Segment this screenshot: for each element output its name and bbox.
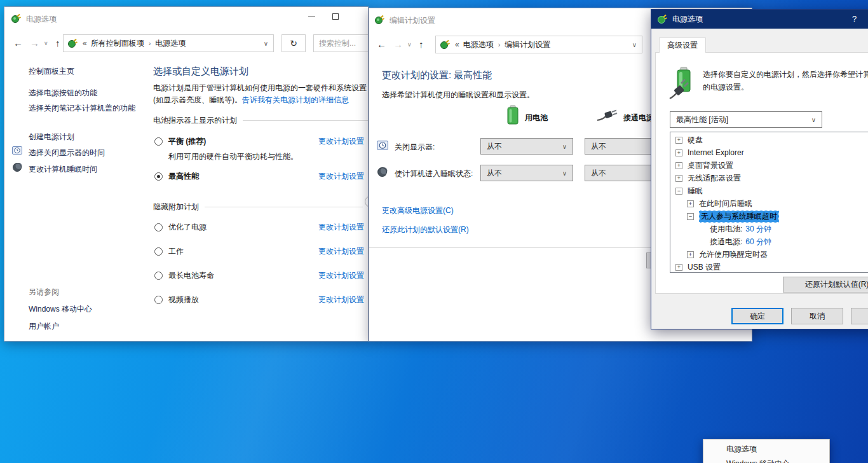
sidebar-item-display-off-time[interactable]: 选择关闭显示器的时间: [29, 148, 105, 158]
battery-plug-icon: [668, 67, 695, 100]
sidebar-item-create-plan[interactable]: 创建电源计划: [29, 132, 74, 142]
breadcrumb[interactable]: « 电源选项 › 编辑计划设置 ∨: [435, 36, 642, 53]
help-button[interactable]: ?: [852, 14, 857, 24]
group-line: [205, 207, 363, 207]
display-off-battery-select[interactable]: 从不 ∨: [480, 138, 573, 155]
sleep-battery-select[interactable]: 从不 ∨: [480, 165, 573, 181]
sidebar-item-user-accounts[interactable]: 用户帐户: [29, 321, 59, 332]
expand-icon[interactable]: +: [675, 149, 682, 156]
forward-icon[interactable]: →: [30, 38, 39, 48]
radio-video-playback[interactable]: [154, 296, 163, 304]
maximize-button[interactable]: [323, 7, 348, 26]
menu-item-power-options[interactable]: 电源选项: [726, 444, 757, 455]
cancel-button[interactable]: 取消: [791, 308, 843, 324]
tree-value-on-battery[interactable]: 使用电池:30 分钟: [710, 223, 771, 235]
change-plan-link-video[interactable]: 更改计划设置: [318, 294, 364, 305]
up-icon[interactable]: ↑: [419, 39, 424, 50]
expand-icon[interactable]: +: [687, 251, 694, 258]
column-on-battery: 用电池: [525, 113, 548, 123]
refresh-button[interactable]: ↻: [281, 34, 306, 52]
value-label: 使用电池:: [710, 224, 742, 235]
history-dropdown-icon[interactable]: ∨: [407, 41, 412, 48]
plan-select[interactable]: 最高性能 [活动] ∨: [670, 111, 822, 128]
sidebar-item-lid-close[interactable]: 选择关闭笔记本计算机盖的功能: [29, 103, 142, 114]
search-placeholder: 搜索控制...: [319, 38, 356, 49]
plan-optimized-label: 优化了电源: [168, 222, 207, 233]
change-plan-link-high[interactable]: 更改计划设置: [318, 171, 364, 182]
settings-tree: +硬盘 +Internet Explorer +桌面背景设置 +无线适配器设置 …: [670, 132, 868, 273]
power-plug-icon: [374, 15, 384, 25]
tree-item-usb-settings[interactable]: +USB 设置: [675, 261, 721, 273]
expand-icon[interactable]: +: [675, 264, 682, 271]
sidebar-item-mobility-center[interactable]: Windows 移动中心: [29, 304, 92, 315]
sidebar-item-home[interactable]: 控制面板主页: [29, 66, 74, 77]
radio-power-optimized[interactable]: [154, 223, 163, 232]
group-battery-plans-label: 电池指示器上显示的计划: [153, 115, 237, 126]
tree-item-unattended-sleep-timeout[interactable]: −无人参与系统睡眠超时: [687, 210, 779, 223]
collapse-icon[interactable]: −: [687, 213, 694, 220]
crumb-root-icon: «: [455, 40, 459, 49]
collapse-icon[interactable]: −: [675, 188, 682, 195]
ok-button[interactable]: 确定: [731, 308, 783, 324]
sidebar-item-power-buttons[interactable]: 选择电源按钮的功能: [29, 88, 97, 99]
crumb-root-icon: «: [83, 39, 87, 48]
radio-balanced[interactable]: [154, 137, 163, 146]
breadcrumb-all-items[interactable]: 所有控制面板项: [91, 38, 144, 49]
change-plan-link-battery[interactable]: 更改计划设置: [318, 270, 364, 281]
minimize-button[interactable]: [299, 7, 323, 26]
up-icon[interactable]: ↑: [55, 38, 60, 48]
display-clock-icon: [377, 140, 388, 151]
plan-high-label: 最高性能: [168, 171, 199, 182]
back-icon[interactable]: ←: [377, 39, 386, 50]
tree-label: 硬盘: [688, 135, 703, 146]
breadcrumb-dropdown-icon[interactable]: ∨: [632, 41, 637, 48]
breadcrumb-power-options[interactable]: 电源选项: [463, 39, 494, 50]
plan-info-link[interactable]: 告诉我有关电源计划的详细信息: [242, 95, 349, 104]
search-input[interactable]: 搜索控制...: [313, 34, 369, 52]
sidebar-item-sleep-time[interactable]: 更改计算机睡眠时间: [29, 164, 97, 175]
menu-item-mobility-center[interactable]: Windows 移动中心: [726, 459, 790, 463]
selected-plan: 最高性能 [活动]: [676, 114, 728, 125]
tree-value-plugged-in[interactable]: 接通电源:60 分钟: [710, 235, 771, 248]
advanced-power-settings-link[interactable]: 更改高级电源设置(C): [382, 205, 454, 216]
radio-high-performance[interactable]: [154, 172, 163, 181]
desktop: 电源选项 ← → ∨ ↑ « 所有控制面板项 › 电源选项 ∨ ↻: [0, 0, 868, 463]
tree-label: 允许使用唤醒定时器: [699, 249, 768, 260]
breadcrumb[interactable]: « 所有控制面板项 › 电源选项 ∨: [63, 34, 274, 52]
tree-item-wireless-adapter[interactable]: +无线适配器设置: [675, 172, 741, 184]
expand-icon[interactable]: +: [675, 175, 682, 182]
refresh-icon: ↻: [290, 38, 297, 48]
restore-defaults-link[interactable]: 还原此计划的默认设置(R): [382, 225, 469, 235]
breadcrumb-dropdown-icon[interactable]: ∨: [264, 40, 268, 47]
column-plugged-in: 接通电源: [623, 113, 654, 123]
apply-button[interactable]: 应用: [851, 308, 868, 324]
change-plan-link-optimized[interactable]: 更改计划设置: [318, 222, 364, 233]
group-line: [243, 120, 369, 121]
forward-icon[interactable]: →: [393, 39, 403, 50]
tree-item-sleep[interactable]: −睡眠: [675, 184, 703, 197]
plan-video-label: 视频播放: [168, 294, 199, 305]
restore-plan-defaults-button[interactable]: 还原计划默认值(R): [783, 277, 868, 293]
tree-item-wake-timers[interactable]: +允许使用唤醒定时器: [687, 248, 768, 261]
breadcrumb-edit-plan[interactable]: 编辑计划设置: [505, 39, 550, 50]
tree-item-internet-explorer[interactable]: +Internet Explorer: [675, 146, 744, 159]
value-link[interactable]: 60 分钟: [745, 237, 771, 247]
change-plan-link-balanced[interactable]: 更改计划设置: [318, 136, 364, 147]
tab-advanced-settings[interactable]: 高级设置: [659, 38, 706, 53]
back-icon[interactable]: ←: [13, 38, 23, 48]
value-link[interactable]: 30 分钟: [745, 224, 771, 235]
breadcrumb-power-options[interactable]: 电源选项: [155, 38, 186, 49]
radio-work[interactable]: [154, 247, 163, 256]
tree-label-selected: 无人参与系统睡眠超时: [699, 211, 779, 223]
tree-item-hard-disk[interactable]: +硬盘: [675, 134, 703, 146]
tree-item-sleep-after[interactable]: +在此时间后睡眠: [687, 197, 752, 210]
expand-icon[interactable]: +: [687, 200, 694, 207]
expand-icon[interactable]: +: [675, 137, 682, 144]
tree-item-desktop-background[interactable]: +桌面背景设置: [675, 159, 733, 172]
change-plan-link-work[interactable]: 更改计划设置: [318, 246, 364, 257]
crumb-sep-icon: ›: [149, 39, 151, 47]
minimize-icon: [308, 17, 315, 17]
radio-max-battery[interactable]: [154, 272, 163, 280]
history-dropdown-icon[interactable]: ∨: [44, 40, 48, 46]
expand-icon[interactable]: +: [675, 162, 682, 169]
